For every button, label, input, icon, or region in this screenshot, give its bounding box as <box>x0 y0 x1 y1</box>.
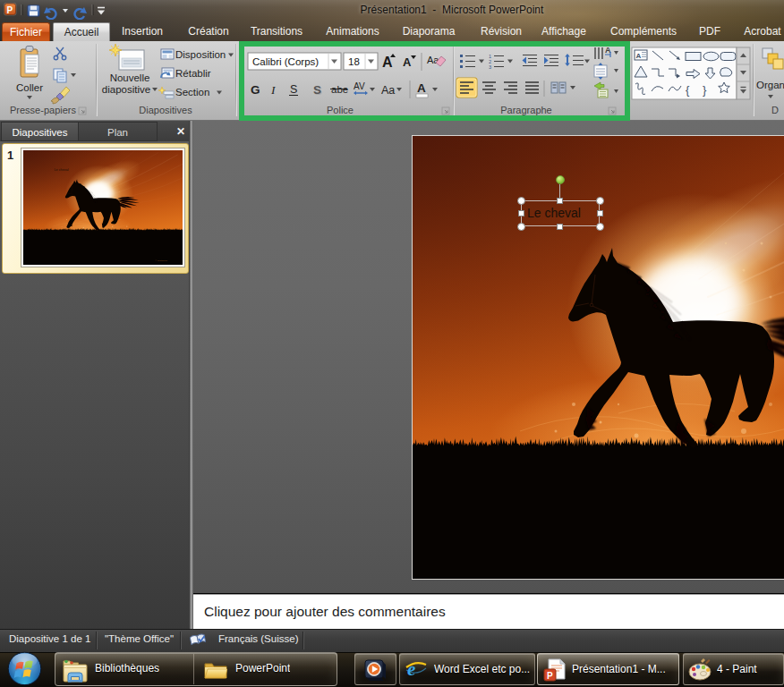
svg-text:diapositive: diapositive <box>102 84 150 95</box>
svg-text:{: { <box>686 83 690 97</box>
svg-text:Organiser: Organiser <box>756 80 784 90</box>
svg-text:Rétablir: Rétablir <box>175 68 211 79</box>
svg-text:e: e <box>407 658 415 680</box>
svg-text:Coller: Coller <box>16 82 43 93</box>
svg-text:Disposition: Disposition <box>175 49 226 60</box>
svg-text:Nouvelle: Nouvelle <box>110 72 150 83</box>
svg-text:P: P <box>547 671 553 681</box>
svg-text:Section: Section <box>175 87 209 98</box>
svg-text:P: P <box>7 5 13 15</box>
svg-text:}: } <box>703 83 707 97</box>
svg-text:A: A <box>636 52 642 60</box>
